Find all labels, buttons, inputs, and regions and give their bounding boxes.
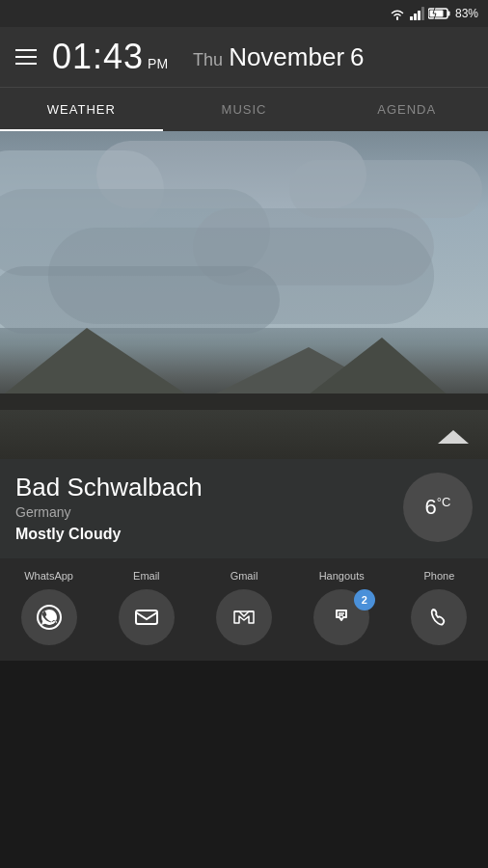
tab-agenda[interactable]: AGENDA	[325, 88, 488, 131]
weather-text: Bad Schwalbach Germany Mostly Cloudy	[15, 473, 203, 543]
tab-music[interactable]: MUSIC	[163, 88, 326, 131]
scroll-up-button[interactable]	[434, 422, 473, 451]
phone-icon-button[interactable]	[411, 589, 467, 645]
app-icon-whatsapp-wrapper	[0, 589, 97, 645]
weather-condition: Mostly Cloudy	[15, 526, 203, 543]
app-label-gmail: Gmail	[195, 570, 292, 582]
svg-rect-1	[414, 14, 417, 20]
wifi-icon	[390, 7, 405, 20]
app-icon-gmail-wrapper	[195, 589, 292, 645]
battery-icon	[428, 7, 451, 20]
date-month: November	[229, 42, 344, 72]
gmail-icon-button[interactable]	[216, 589, 272, 645]
svg-rect-2	[418, 11, 420, 20]
svg-rect-8	[136, 610, 157, 624]
app-label-hangouts: Hangouts	[293, 570, 391, 582]
tab-weather-label: WEATHER	[47, 102, 116, 117]
weather-background	[0, 131, 488, 459]
whatsapp-icon-button[interactable]	[21, 589, 77, 645]
signal-icon	[409, 7, 424, 20]
app-dock: WhatsApp Email Gmail Hangouts Phone	[0, 558, 488, 661]
app-label-email: Email	[97, 570, 195, 582]
app-labels-row: WhatsApp Email Gmail Hangouts Phone	[0, 570, 488, 582]
battery-percent: 83%	[455, 7, 478, 20]
gmail-icon	[230, 604, 258, 631]
app-icon-phone-wrapper	[391, 589, 488, 645]
tab-music-label: MUSIC	[222, 102, 267, 117]
time-ampm: PM	[148, 56, 168, 71]
email-icon-button[interactable]	[119, 589, 175, 645]
tab-weather[interactable]: WEATHER	[0, 88, 163, 131]
whatsapp-icon	[36, 604, 63, 631]
app-icon-email-wrapper	[97, 589, 195, 645]
email-icon	[133, 604, 160, 631]
status-icons: 83%	[390, 7, 478, 20]
hangouts-badge: 2	[354, 589, 375, 610]
city-name: Bad Schwalbach	[15, 473, 203, 502]
app-icons-row: 2	[0, 589, 488, 645]
status-bar: 83%	[0, 0, 488, 27]
app-label-whatsapp: WhatsApp	[0, 570, 97, 582]
tab-bar: WEATHER MUSIC AGENDA	[0, 87, 488, 131]
time-display: 01:43 PM	[52, 37, 168, 77]
header-bar: 01:43 PM Thu November 6	[0, 27, 488, 87]
tab-agenda-label: AGENDA	[377, 102, 436, 117]
date-day-num: 6	[350, 42, 364, 72]
svg-rect-3	[421, 7, 424, 20]
country-name: Germany	[15, 504, 203, 520]
hangouts-icon	[328, 604, 355, 631]
temperature-circle: 6°C	[403, 473, 473, 542]
svg-rect-0	[410, 16, 413, 20]
phone-icon	[425, 604, 452, 631]
time-value: 01:43	[52, 37, 144, 77]
date-display: Thu November 6	[193, 42, 364, 72]
date-day-name: Thu	[193, 50, 223, 70]
weather-info-panel: Bad Schwalbach Germany Mostly Cloudy 6°C	[0, 459, 488, 558]
hamburger-menu-icon[interactable]	[15, 49, 37, 65]
app-label-phone: Phone	[391, 570, 488, 582]
temperature-value: 6°C	[425, 495, 451, 520]
app-icon-hangouts-wrapper: 2	[293, 589, 391, 645]
svg-rect-5	[447, 12, 450, 16]
